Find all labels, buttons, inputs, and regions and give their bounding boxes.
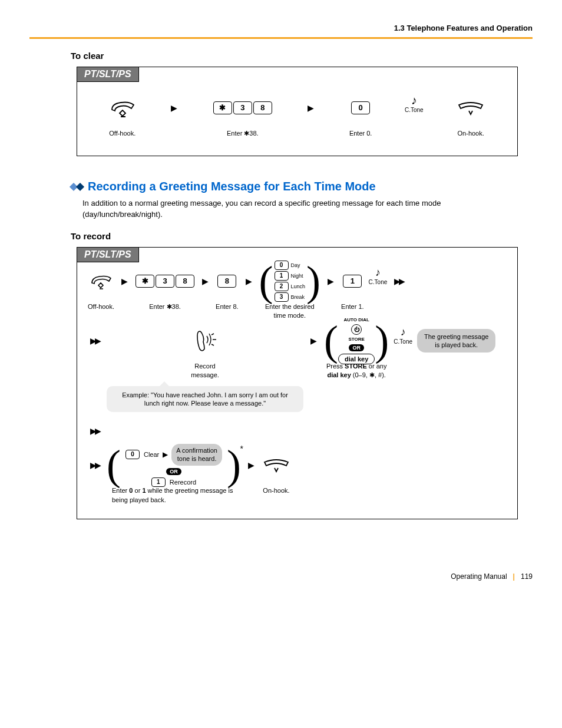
dbl-arrow-icon: ▶▶ (88, 451, 102, 479)
step-time-mode: ( 0Day 1Night 2Lunch 3Break ) Enter the … (259, 267, 321, 321)
offhook-icon (90, 272, 113, 290)
step-enter-8: 8 Enter 8. (216, 267, 239, 311)
step-ctone: ♪ C.Tone (369, 267, 388, 311)
offhook-icon (109, 98, 136, 118)
section-body: In addition to a normal greeting message… (82, 198, 518, 220)
auto-dial-button: AUTO DIAL ⏻ STORE (343, 317, 369, 342)
example-speech: Example: "You have reached John. I am so… (107, 386, 303, 413)
diamond-icon (71, 184, 83, 190)
panel-to-record: PT/SLT/PS Off-hook. ▶ ✱ 3 8 Enter ✱38. ▶ (77, 247, 518, 519)
step-offhook: Off-hook. (109, 94, 136, 138)
arrow-icon: ▶ (168, 94, 180, 122)
dbl-arrow-icon: ▶▶ (392, 267, 406, 295)
step-record: Record message. Example: "You have reach… (107, 327, 303, 412)
breadcrumb: 1.3 Telephone Features and Operation (29, 24, 533, 32)
step-store-dial: ( AUTO DIAL ⏻ STORE OR dial key ) Press … (324, 327, 389, 380)
speaking-icon (191, 328, 219, 354)
arrow-icon: ▶ (305, 94, 316, 122)
section-title: Recording a Greeting Message for Each Ti… (71, 180, 533, 193)
step-clear-rerecord: * ( 0 Clear ▶ A confirmationtone is hear… (107, 451, 241, 505)
panel-tab: PT/SLT/PS (77, 248, 139, 262)
step-enter-1: 1 Enter 1. (341, 267, 364, 311)
divider (29, 37, 533, 39)
step-offhook: Off-hook. (88, 267, 114, 311)
subhead-to-record: To record (71, 231, 533, 241)
subhead-to-clear: To clear (71, 51, 533, 61)
panel-to-clear: PT/SLT/PS Off-hook. ▶ ✱ 3 8 Enter ✱38. ▶ (77, 67, 518, 156)
step-enter-0: 0 Enter 0. (349, 94, 372, 138)
step-playback-pill: The greeting message is played back. (417, 327, 495, 355)
arrow-icon: ▶ (308, 327, 319, 355)
footer: Operating Manual | 119 (0, 572, 533, 581)
step-enter-38: ✱ 3 8 Enter ✱38. (213, 94, 273, 138)
onhook-icon (262, 456, 291, 474)
arrow-icon: ▶ (246, 451, 257, 479)
arrow-icon: ▶ (119, 267, 130, 295)
arrow-icon: ▶ (243, 267, 254, 295)
step-ctone: ♪ C.Tone (394, 327, 412, 355)
dbl-arrow-icon: ▶▶ (88, 327, 102, 355)
panel-tab: PT/SLT/PS (77, 67, 139, 82)
step-ctone: ♪ C.Tone (405, 94, 424, 138)
step-enter-38: ✱ 3 8 Enter ✱38. (135, 267, 195, 311)
step-onhook: On-hook. (456, 94, 485, 138)
step-onhook: On-hook. (262, 451, 291, 495)
arrow-icon: ▶ (200, 267, 211, 295)
arrow-icon: ▶ (325, 267, 336, 295)
onhook-icon (456, 99, 485, 117)
dbl-arrow-icon: ▶▶ (88, 417, 102, 445)
